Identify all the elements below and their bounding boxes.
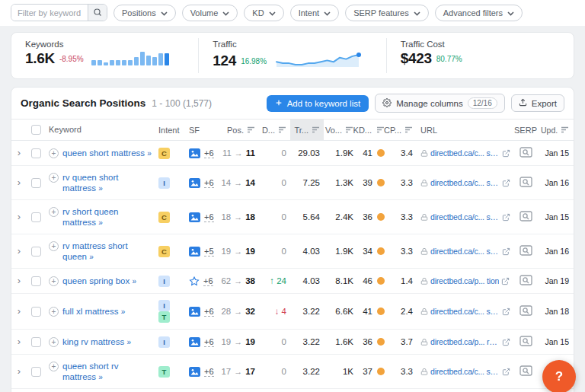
add-keyword-icon[interactable]: + bbox=[49, 362, 59, 371]
serp-preview-icon[interactable] bbox=[519, 275, 532, 287]
gear-icon bbox=[382, 98, 392, 109]
serp-preview-icon[interactable] bbox=[519, 147, 532, 159]
row-checkbox[interactable] bbox=[31, 337, 41, 347]
keyword-details-icon[interactable]: » bbox=[98, 373, 102, 381]
external-link-icon[interactable] bbox=[502, 213, 510, 221]
url-link[interactable]: directbed.ca/c... sses bbox=[430, 247, 500, 256]
keyword-details-icon[interactable]: » bbox=[89, 253, 93, 261]
external-link-icon[interactable] bbox=[501, 277, 510, 285]
keyword-details-icon[interactable]: » bbox=[121, 308, 125, 316]
sort-icon[interactable] bbox=[404, 126, 413, 133]
add-to-keyword-list-button[interactable]: Add to keyword list bbox=[267, 95, 369, 112]
url-link[interactable]: directbed.ca/c... sses bbox=[430, 178, 500, 187]
keyword-details-icon[interactable]: » bbox=[132, 277, 136, 285]
url-link[interactable]: directbed.ca/c... sses bbox=[430, 212, 500, 221]
keyword-link[interactable]: rv short queen mattress bbox=[62, 207, 119, 227]
column-header-pos[interactable]: Pos. bbox=[222, 120, 261, 140]
add-keyword-icon[interactable]: + bbox=[49, 337, 59, 347]
serp-features-more-link[interactable]: +5 bbox=[204, 247, 214, 257]
keyword-details-icon[interactable]: » bbox=[98, 184, 102, 193]
row-checkbox[interactable] bbox=[31, 212, 41, 222]
serp-preview-icon[interactable] bbox=[519, 305, 532, 317]
row-checkbox[interactable] bbox=[31, 148, 41, 158]
serp-preview-icon[interactable] bbox=[519, 245, 532, 257]
url-link[interactable]: directbed.ca/p... tion bbox=[430, 276, 499, 285]
external-link-icon[interactable] bbox=[502, 308, 510, 316]
serp-preview-icon[interactable] bbox=[519, 177, 532, 189]
serp-features-more-link[interactable]: +6 bbox=[204, 367, 214, 377]
select-all-checkbox[interactable] bbox=[31, 125, 41, 135]
help-button[interactable]: ? bbox=[542, 360, 576, 392]
serp-features-more-link[interactable]: +6 bbox=[204, 337, 214, 347]
add-keyword-icon[interactable]: + bbox=[49, 173, 59, 183]
expand-row-icon[interactable]: › bbox=[18, 178, 21, 187]
expand-row-icon[interactable]: › bbox=[18, 212, 21, 221]
column-header-tr[interactable]: Tr... bbox=[290, 120, 324, 140]
filter-positions[interactable]: Positions bbox=[113, 5, 176, 21]
serp-preview-icon[interactable] bbox=[519, 336, 532, 348]
filter-advanced[interactable]: Advanced filters bbox=[435, 5, 523, 21]
sparkline-bar bbox=[140, 52, 145, 65]
serp-preview-icon[interactable] bbox=[519, 365, 532, 378]
expand-row-icon[interactable]: › bbox=[18, 148, 21, 158]
keyword-filter-input[interactable] bbox=[11, 5, 88, 21]
row-checkbox[interactable] bbox=[31, 367, 41, 377]
filter-serp-features[interactable]: SERP features bbox=[345, 5, 429, 21]
row-checkbox[interactable] bbox=[31, 178, 41, 188]
keyword-link[interactable]: full xl mattress bbox=[62, 307, 119, 316]
serp-preview-icon[interactable] bbox=[519, 211, 532, 223]
column-header-d[interactable]: D... bbox=[261, 120, 290, 140]
add-keyword-icon[interactable]: + bbox=[49, 207, 59, 217]
sort-icon[interactable] bbox=[561, 126, 569, 133]
sort-icon[interactable] bbox=[278, 126, 286, 133]
serp-features-more-link[interactable]: +6 bbox=[204, 212, 214, 222]
add-keyword-icon[interactable]: + bbox=[49, 276, 59, 286]
add-keyword-icon[interactable]: + bbox=[49, 148, 59, 158]
url-link[interactable]: directbed.ca/c... sses bbox=[430, 367, 500, 376]
sort-icon[interactable] bbox=[345, 126, 353, 133]
column-header-upd[interactable]: Upd. bbox=[537, 120, 574, 140]
expand-row-icon[interactable]: › bbox=[18, 247, 21, 256]
keyword-link[interactable]: queen short mattress bbox=[62, 148, 145, 158]
keyword-link[interactable]: queen spring box bbox=[62, 276, 129, 285]
serp-features-more-link[interactable]: +6 bbox=[203, 276, 213, 286]
external-link-icon[interactable] bbox=[502, 247, 510, 256]
search-button[interactable] bbox=[88, 5, 107, 21]
sort-icon[interactable] bbox=[247, 126, 255, 133]
external-link-icon[interactable] bbox=[502, 179, 510, 187]
expand-row-icon[interactable]: › bbox=[18, 276, 21, 285]
keyword-link[interactable]: rv mattress short queen bbox=[62, 241, 128, 261]
filter-intent[interactable]: Intent bbox=[290, 5, 340, 21]
column-header-cp[interactable]: CP... bbox=[389, 120, 417, 140]
keyword-details-icon[interactable]: » bbox=[147, 149, 151, 158]
keyword-link[interactable]: king rv mattress bbox=[62, 337, 124, 346]
serp-features-more-link[interactable]: +6 bbox=[204, 307, 214, 317]
keyword-link[interactable]: rv queen short mattress bbox=[62, 173, 119, 193]
expand-row-icon[interactable]: › bbox=[18, 307, 21, 316]
keyword-details-icon[interactable]: » bbox=[98, 218, 102, 227]
filter-volume[interactable]: Volume bbox=[182, 5, 238, 21]
sort-icon[interactable] bbox=[312, 126, 320, 133]
row-checkbox[interactable] bbox=[31, 247, 41, 257]
external-link-icon[interactable] bbox=[502, 338, 510, 346]
manage-columns-button[interactable]: Manage columns 12/16 bbox=[375, 94, 505, 113]
expand-row-icon[interactable]: › bbox=[18, 367, 21, 376]
url-link[interactable]: directbed.ca/c... sses bbox=[430, 307, 500, 316]
add-keyword-icon[interactable]: + bbox=[49, 307, 59, 317]
url-link[interactable]: directbed.ca/p... ress bbox=[430, 337, 500, 346]
export-button[interactable]: Export bbox=[511, 94, 564, 112]
external-link-icon[interactable] bbox=[502, 149, 510, 158]
expand-row-icon[interactable]: › bbox=[18, 337, 21, 346]
serp-features-more-link[interactable]: +6 bbox=[204, 178, 214, 188]
serp-features-more-link[interactable]: +6 bbox=[204, 148, 214, 158]
keyword-link[interactable]: queen short rv mattress bbox=[62, 362, 119, 381]
filter-kd[interactable]: KD bbox=[244, 5, 283, 21]
keyword-details-icon[interactable]: » bbox=[126, 338, 130, 346]
row-checkbox[interactable] bbox=[31, 276, 41, 286]
column-header-vo[interactable]: Vo... bbox=[324, 120, 357, 140]
row-checkbox[interactable] bbox=[31, 307, 41, 317]
add-keyword-icon[interactable]: + bbox=[49, 241, 59, 251]
external-link-icon[interactable] bbox=[502, 368, 510, 376]
export-label: Export bbox=[532, 99, 557, 108]
url-link[interactable]: directbed.ca/c... sses bbox=[430, 148, 500, 158]
